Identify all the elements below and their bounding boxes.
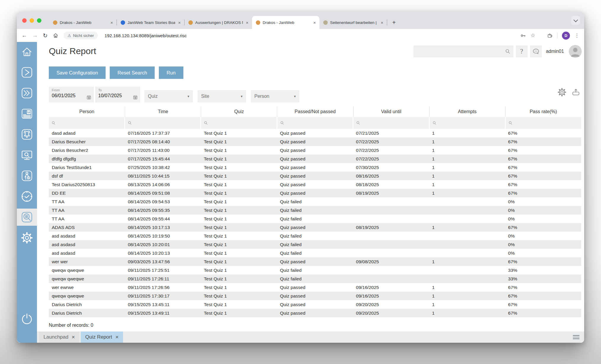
table-row[interactable]: Darius TestStunde107/25/2025 10:38:42Tes…	[49, 163, 581, 172]
table-row[interactable]: qweqw qweqwe09/11/2025 17:30:17Test Quiz…	[49, 292, 581, 300]
maximize-window-button[interactable]	[37, 18, 41, 23]
tab-close-icon[interactable]: ×	[177, 20, 181, 25]
to-date-field[interactable]: To 10/07/2025	[95, 87, 140, 103]
table-row[interactable]: TT AA08/14/2025 09:55:35Test Quiz 1Quiz …	[49, 206, 581, 214]
column-header[interactable]: Person	[49, 106, 125, 117]
global-search-input[interactable]	[413, 46, 505, 57]
browser-tab[interactable]: Drakos - JaniWeb×	[49, 16, 117, 29]
table-row[interactable]: Darius Besucher207/17/2025 11:43:00Test …	[49, 146, 581, 155]
tab-search-button[interactable]	[571, 16, 580, 25]
table-row[interactable]: ADAS ADS08/14/2025 10:17:13Test Quiz 1Qu…	[49, 223, 581, 232]
browser-tab[interactable]: Auswertungen | DRAKOS Man×	[185, 16, 252, 29]
browser-tab[interactable]: Drakos - JaniWeb×	[252, 16, 319, 29]
table-row[interactable]: qweqw qweqwe09/11/2025 17:25:51Test Quiz…	[49, 266, 581, 274]
column-filter-input[interactable]	[125, 117, 201, 129]
column-header[interactable]: Attempts	[429, 106, 505, 117]
sidebar-item-forward[interactable]	[17, 84, 37, 102]
new-tab-button[interactable]: +	[390, 18, 398, 27]
column-header[interactable]: Time	[125, 106, 201, 117]
filter-dropdown-person[interactable]: Person▾	[251, 90, 299, 103]
reload-button[interactable]: ↻	[43, 32, 48, 39]
table-row[interactable]: Test Darius2025081308/13/2025 14:06:06Te…	[49, 180, 581, 189]
help-button[interactable]: ?	[516, 46, 528, 57]
tab-close-icon[interactable]: ×	[72, 334, 75, 340]
table-row[interactable]: wer ewrwe09/11/2025 17:26:56Test Quiz 1Q…	[49, 283, 581, 292]
user-avatar[interactable]	[569, 45, 582, 58]
sidebar-item-start[interactable]	[17, 64, 37, 81]
tab-close-icon[interactable]: ×	[245, 20, 249, 25]
extensions-icon[interactable]	[547, 32, 553, 39]
sidebar-item-time[interactable]	[17, 188, 37, 205]
table-row[interactable]: wer wer09/03/2025 13:47:56Test Quiz 1Qui…	[49, 257, 581, 266]
column-filter-input[interactable]	[201, 117, 277, 129]
calendar-icon[interactable]	[86, 95, 91, 100]
app-tab-launchpad[interactable]: Launchpad×	[39, 332, 79, 343]
table-row[interactable]: DD EE08/14/2025 09:51:08Test Quiz 1Quiz …	[49, 189, 581, 197]
column-header[interactable]: Pass rate(%)	[505, 106, 581, 117]
table-row[interactable]: dfdfg dfgdfg07/17/2025 15:45:44Test Quiz…	[49, 155, 581, 163]
sidebar-item-id-card[interactable]	[17, 105, 37, 122]
calendar-icon[interactable]	[133, 95, 138, 100]
sidebar-item-home[interactable]	[17, 43, 37, 60]
table-row[interactable]: TT AA08/14/2025 09:55:44Test Quiz 1Quiz …	[49, 214, 581, 223]
table-cell: 08/13/2025 14:06:06	[125, 180, 201, 189]
filter-dropdown-site[interactable]: Site▾	[198, 90, 246, 103]
forward-button[interactable]: →	[32, 32, 38, 39]
sidebar-item-visitors[interactable]	[17, 167, 37, 184]
sidebar-item-monitor-search[interactable]	[17, 147, 37, 164]
column-filter-input[interactable]	[353, 117, 429, 129]
tab-close-icon[interactable]: ×	[115, 334, 119, 340]
table-row[interactable]: TT AA08/14/2025 09:54:53Test Quiz 1Quiz …	[49, 197, 581, 206]
sidebar-item-settings[interactable]	[17, 229, 37, 246]
reset-search-button[interactable]: Reset Search	[110, 66, 155, 79]
column-header[interactable]: Passed/Not passed	[277, 106, 353, 117]
minimize-window-button[interactable]	[30, 18, 34, 23]
tab-list-menu-icon[interactable]	[573, 335, 579, 339]
table-row[interactable]: qweqw qweqwe09/11/2025 17:26:11Test Quiz…	[49, 274, 581, 283]
tab-close-icon[interactable]: ×	[380, 20, 384, 25]
chat-button[interactable]	[530, 46, 542, 57]
tab-close-icon[interactable]: ×	[313, 20, 316, 25]
run-button[interactable]: Run	[159, 66, 183, 79]
table-row[interactable]: asd asdasd08/14/2025 10:20:01Test Quiz 1…	[49, 240, 581, 249]
sidebar-item-logout[interactable]	[17, 310, 37, 327]
table-row[interactable]: Darius Besucher07/17/2025 08:14:40Test Q…	[49, 137, 581, 146]
back-button[interactable]: ←	[22, 32, 27, 39]
record-count: Number of records: 0	[49, 323, 93, 328]
column-header[interactable]: Valid until	[353, 106, 429, 117]
sidebar-item-reports[interactable]	[17, 209, 37, 226]
app-tabs: Launchpad×Quiz Report×	[39, 332, 125, 343]
bookmark-star-icon[interactable]: ☆	[531, 32, 535, 39]
column-filter-input[interactable]	[49, 117, 124, 129]
tab-close-icon[interactable]: ×	[110, 20, 114, 25]
filter-dropdown-quiz[interactable]: Quiz▾	[144, 90, 193, 103]
table-row[interactable]: asd asdasd08/14/2025 10:20:13Test Quiz 1…	[49, 249, 581, 257]
table-row[interactable]: Darius Dietrich09/15/2025 13:45:11Test Q…	[49, 300, 581, 309]
sidebar-item-notifications[interactable]	[17, 126, 37, 143]
from-date-field[interactable]: From 06/01/2025	[49, 87, 94, 103]
column-filter-input[interactable]	[506, 117, 581, 129]
table-row[interactable]: asd asdasd08/14/2025 10:19:50Test Quiz 1…	[49, 232, 581, 240]
address-bar[interactable]: 192.168.120.134:8089/janiweb/outest.risc	[105, 33, 187, 38]
save-configuration-button[interactable]: Save Configuration	[49, 66, 106, 79]
column-header[interactable]: Quiz	[201, 106, 277, 117]
table-row[interactable]: dasd adasd07/16/2025 17:37:37Test Quiz 1…	[49, 129, 581, 137]
security-badge[interactable]: ⚠Nicht sicher	[64, 32, 98, 39]
home-button[interactable]	[53, 32, 59, 38]
export-icon[interactable]	[571, 87, 581, 97]
table-cell: 07/22/2025	[353, 137, 429, 146]
browser-tab[interactable]: JaniWeb Team Stories Board×	[117, 16, 184, 29]
browser-menu-icon[interactable]: ⋮	[574, 32, 579, 39]
browser-profile-avatar[interactable]: D	[562, 32, 570, 40]
app-tab-quiz-report[interactable]: Quiz Report×	[81, 332, 123, 343]
column-filter-input[interactable]	[277, 117, 353, 129]
table-cell: Quiz failed	[277, 197, 353, 206]
column-filter-input[interactable]	[430, 117, 505, 129]
password-key-icon[interactable]	[520, 32, 526, 39]
table-row[interactable]: Darius Dietrich09/15/2025 13:49:11Test Q…	[49, 309, 581, 317]
table-row[interactable]: dsf df08/11/2025 10:44:15Test Quiz 1Quiz…	[49, 172, 581, 180]
table-settings-gear-icon[interactable]	[557, 87, 567, 97]
close-window-button[interactable]	[22, 18, 27, 23]
table-cell: dsf df	[49, 172, 125, 180]
browser-tab[interactable]: Seitenentwurf bearbeiten | D×	[319, 16, 387, 29]
